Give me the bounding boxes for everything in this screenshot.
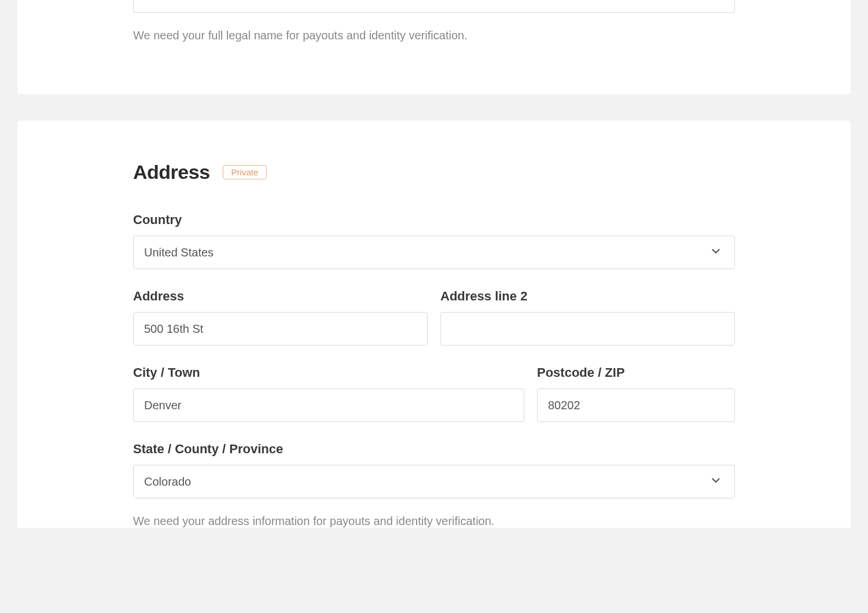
name-help-text: We need your full legal name for payouts… xyxy=(133,29,735,42)
address-input[interactable] xyxy=(133,312,428,346)
postcode-col: Postcode / ZIP xyxy=(537,365,735,422)
address-help-text: We need your address information for pay… xyxy=(133,515,735,528)
state-select[interactable]: Colorado xyxy=(133,465,735,498)
address-col: Address xyxy=(133,289,428,346)
card-spacer xyxy=(0,94,868,120)
postcode-label: Postcode / ZIP xyxy=(537,365,735,380)
city-col: City / Town xyxy=(133,365,524,422)
address-section-header: Address Private xyxy=(133,161,735,183)
address2-input[interactable] xyxy=(440,312,735,346)
private-badge: Private xyxy=(223,165,267,179)
country-select-wrapper: United States xyxy=(133,236,735,269)
address-row: Address Address line 2 xyxy=(133,289,735,346)
address2-col: Address line 2 xyxy=(440,289,735,346)
name-input-partial[interactable] xyxy=(133,0,735,13)
address2-label: Address line 2 xyxy=(440,289,735,304)
postcode-input[interactable] xyxy=(537,388,735,422)
name-card: We need your full legal name for payouts… xyxy=(17,0,851,94)
city-zip-row: City / Town Postcode / ZIP xyxy=(133,365,735,422)
address-card: Address Private Country United States Ad… xyxy=(17,120,851,528)
state-select-wrapper: Colorado xyxy=(133,465,735,498)
address-title: Address xyxy=(133,161,210,183)
state-label: State / County / Province xyxy=(133,442,735,457)
city-input[interactable] xyxy=(133,388,524,422)
country-field-group: Country United States xyxy=(133,212,735,269)
country-select[interactable]: United States xyxy=(133,236,735,269)
address-label: Address xyxy=(133,289,428,304)
country-label: Country xyxy=(133,212,735,227)
state-field-group: State / County / Province Colorado xyxy=(133,442,735,498)
city-label: City / Town xyxy=(133,365,524,380)
